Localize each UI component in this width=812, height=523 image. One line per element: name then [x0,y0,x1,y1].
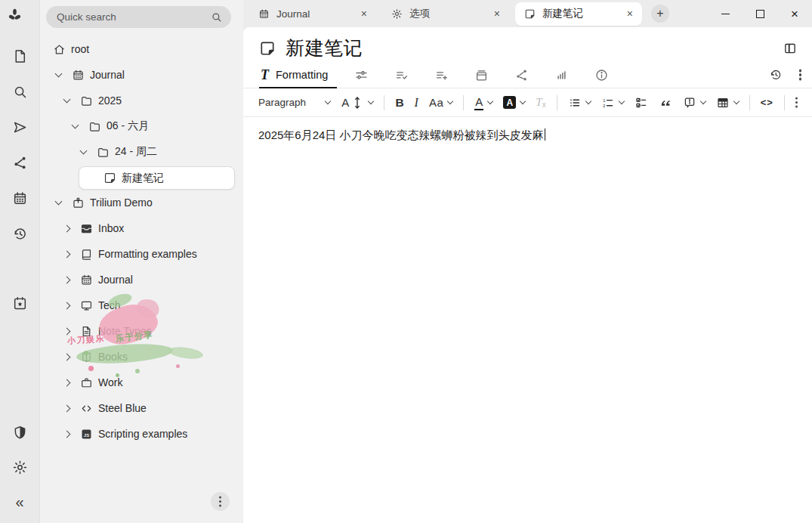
tree-item-books[interactable]: Books [40,344,243,370]
note-content[interactable]: 2025年6月24日 小刀今晚吃变态辣螺蛳粉被辣到头皮发麻 [243,117,812,523]
search-button[interactable] [7,79,32,104]
chevron-right-icon[interactable] [63,353,71,361]
bold-button[interactable]: B [391,92,408,113]
ribbon-tab-owned-attributes[interactable] [394,67,409,82]
revisions-button[interactable] [769,68,783,82]
note-icon [524,8,536,20]
note-map-button[interactable] [7,150,32,175]
today-journal-button[interactable] [7,290,32,316]
close-tab-icon[interactable]: × [360,8,369,20]
kebab-icon [799,73,801,76]
quick-search-input[interactable]: Quick search [46,6,231,28]
font-size-button[interactable]: A [337,92,378,113]
toolbar-separator [749,95,750,110]
tree-item-trilium-demo[interactable]: Trilium Demo [40,190,243,215]
tree-item-label: 24 - 周二 [115,145,157,159]
svg-text:1: 1 [603,97,605,102]
tree-item-item-5[interactable]: 新建笔记 [79,166,235,190]
close-tab-icon[interactable]: × [625,8,634,20]
new-tab-button[interactable]: + [651,5,669,23]
maximize-icon [756,10,764,18]
table-icon [716,96,730,110]
tree-item-inbox[interactable]: Inbox [40,215,243,241]
todo-list-icon [634,96,648,110]
tree-item-24[interactable]: 24 - 周二 [40,139,243,165]
block-quote-button[interactable] [654,92,677,113]
search-icon [12,84,28,100]
tab-item-2[interactable]: 新建笔记× [515,2,642,26]
tree-item-scripting-examples[interactable]: JSScripting examples [40,421,243,447]
chevron-down-icon[interactable] [55,198,63,206]
numbered-list-button[interactable]: 12 [597,92,628,113]
chevron-down-icon[interactable] [80,147,88,155]
new-note-button[interactable] [7,43,32,69]
tree-item-formatting-examples[interactable]: Formatting examples [40,241,243,267]
tree-actions-button[interactable] [211,492,230,511]
close-tab-icon[interactable]: × [492,8,502,20]
tab-bar: Journal×选项×新建笔记× + × [243,0,812,27]
chevron-right-icon[interactable] [63,224,71,232]
background-color-button[interactable]: A [499,92,529,113]
chevron-right-icon[interactable] [63,276,71,283]
ribbon-tab-note-map[interactable] [514,67,529,82]
tree-item-root[interactable]: root [40,36,243,62]
maximize-button[interactable] [743,0,777,27]
calendar-button[interactable] [7,185,32,211]
code-block-button[interactable]: <> [756,92,778,113]
ribbon-tab-similar-notes[interactable] [554,67,569,82]
ribbon-tab-inherited-attributes[interactable] [434,67,449,82]
ribbon-more-button[interactable] [799,73,801,76]
info-icon [594,68,609,82]
chevron-right-icon[interactable] [63,430,71,438]
font-color-button[interactable]: A [470,92,497,113]
ribbon-tab-basic-properties[interactable] [354,67,369,82]
split-view-button[interactable] [779,37,801,60]
font-family-button[interactable]: Aa [425,92,457,113]
tree-item-journal[interactable]: Journal [40,267,243,292]
chevron-down-icon[interactable] [63,96,71,104]
note-title[interactable]: 新建笔记 [286,36,779,60]
chevron-down-icon [325,98,331,104]
protected-session-button[interactable] [7,419,32,445]
chevron-right-icon[interactable] [63,327,71,335]
paragraph-style-dropdown[interactable]: Paragraph [252,92,336,113]
font-family-icon: Aa [429,96,443,109]
tree-item-label: Books [98,351,128,363]
recent-changes-button[interactable] [7,221,32,246]
tree-item-journal[interactable]: Journal [40,62,243,88]
ribbon-tab-formatting[interactable]: T Formatting [259,62,354,88]
tab-item-1[interactable]: 选项× [382,2,509,26]
tree-item-steel-blue[interactable]: Steel Blue [40,395,243,421]
close-button[interactable]: × [777,0,812,27]
chevron-right-icon[interactable] [63,302,71,309]
chevron-down-icon[interactable] [72,122,79,129]
tab-journal[interactable]: Journal× [249,2,376,26]
chevron-right-icon[interactable] [63,250,71,258]
tree-item-work[interactable]: Work [40,370,243,395]
remove-format-button[interactable]: Tx [531,92,550,113]
remove-format-icon: T [536,96,542,109]
ribbon-tab-note-info[interactable] [594,67,609,82]
settings-button[interactable] [7,454,32,480]
ribbon-tab-note-paths[interactable] [474,67,489,82]
note-tree: rootJournal202506 - 六月24 - 周二新建笔记Trilium… [40,36,243,447]
chevron-right-icon[interactable] [63,404,71,412]
insert-table-button[interactable] [712,92,743,113]
quick-search-placeholder: Quick search [57,11,211,23]
chevron-down-icon [368,98,374,104]
chevron-right-icon[interactable] [63,379,71,386]
admonition-button[interactable] [678,92,710,113]
tree-item-2025[interactable]: 2025 [40,88,243,113]
ribbon: T Formatting [243,62,812,88]
collapse-sidebar-button[interactable]: « [7,489,32,515]
todo-list-button[interactable] [630,92,653,113]
minimize-button[interactable] [708,0,743,27]
chevron-down-icon[interactable] [55,70,63,78]
toolbar-more-button[interactable] [791,92,802,113]
jump-to-note-button[interactable] [7,114,32,140]
tree-item-note-types[interactable]: Note Types [40,318,243,344]
tree-item-06[interactable]: 06 - 六月 [40,113,243,139]
bulleted-list-button[interactable] [563,92,595,113]
italic-button[interactable]: I [410,92,423,113]
tree-item-tech[interactable]: Tech [40,292,243,318]
